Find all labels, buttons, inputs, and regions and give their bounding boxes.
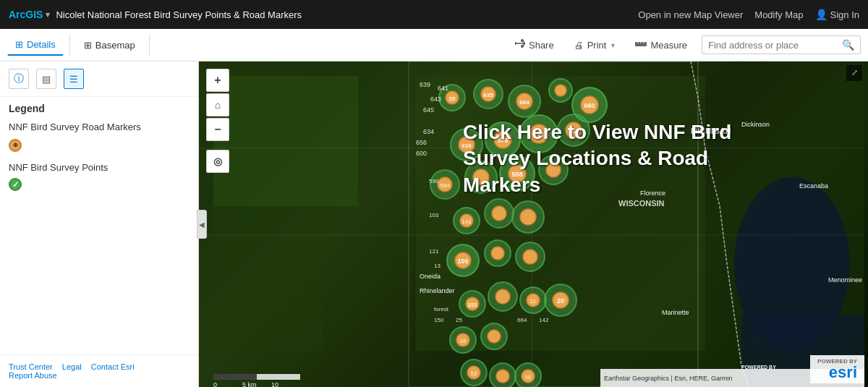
svg-text:141: 141 [461,218,472,225]
trust-center-link[interactable]: Trust Center [9,362,53,371]
svg-rect-121 [213,374,257,380]
legal-link[interactable]: Legal [62,362,82,371]
info-icon: ⓘ [14,72,24,85]
svg-text:10: 10 [271,381,278,387]
home-button[interactable]: ⌂ [206,93,229,116]
svg-point-2 [515,42,516,45]
print-button[interactable]: 🖨 Print ▾ [569,36,621,54]
basemap-tab[interactable]: ⊞ Basemap [76,35,143,56]
arcgis-logo[interactable]: ArcGIS ▾ [9,9,50,20]
layer1-title: NNF Bird Survey Road Markers [9,122,190,132]
svg-text:35: 35 [449,95,456,102]
svg-text:151: 151 [467,302,477,308]
svg-text:664: 664 [519,99,529,106]
svg-text:635: 635 [483,92,493,98]
svg-text:Oneida: Oneida [420,273,441,280]
list-icon: ☰ [69,74,78,85]
home-icon: ⌂ [215,99,221,111]
svg-text:600: 600 [416,150,427,157]
search-box[interactable]: 🔍 [702,35,861,54]
svg-point-91 [496,370,509,383]
table-icon: ▤ [42,74,51,85]
sidebar-icon-bar: ⓘ ▤ ☰ [0,61,198,97]
compass-icon: ◎ [213,156,222,167]
measure-button[interactable]: Measure [629,35,693,55]
report-abuse-link[interactable]: Report Abuse [9,371,57,380]
svg-point-1 [521,45,524,48]
arcgis-caret[interactable]: ▾ [46,10,50,20]
sidebar-footer: Trust Center Legal Contact Esri Report A… [0,354,198,387]
print-caret: ▾ [611,41,615,49]
svg-text:Marinette: Marinette [662,309,689,316]
svg-text:584: 584 [440,182,450,189]
svg-text:Dickinson: Dickinson [741,121,770,128]
toolbar-tabs: ⊞ Details ⊞ Basemap [7,34,154,56]
print-label: Print [587,40,607,51]
sidebar-content: Legend NNF Bird Survey Road Markers ⊕ NN… [0,97,198,354]
modify-map-link[interactable]: Modify Map [754,9,803,20]
svg-text:656: 656 [416,139,427,146]
map-controls: + ⌂ − ◎ [206,69,229,173]
toolbar-divider2 [149,34,150,56]
toolbar-right: Share 🖨 Print ▾ Measure [509,35,861,55]
svg-text:106: 106 [457,258,468,265]
toolbar-divider [69,34,70,56]
sidebar: ⓘ ▤ ☰ Legend NNF Bird Survey Road Marker… [0,61,199,387]
map-container[interactable]: 35 635 664 660 616 576 777 666 [199,61,868,387]
header-left: ArcGIS ▾ Nicolet National Forest Bird Su… [9,9,302,20]
legend-item-road-markers: NNF Bird Survey Road Markers ⊕ [9,122,190,152]
map-svg: 35 635 664 660 616 576 777 666 [199,61,868,387]
layer2-title: NNF Bird Survey Points [9,162,190,173]
zoom-in-icon: + [214,74,221,87]
main-content: ⓘ ▤ ☰ Legend NNF Bird Survey Road Marker… [0,61,868,387]
svg-point-75 [495,289,510,304]
list-icon-btn[interactable]: ☰ [64,69,84,89]
svg-text:150: 150 [434,317,444,323]
share-button[interactable]: Share [509,35,560,55]
survey-point-icon: ✓ [9,178,22,191]
compass-button[interactable]: ◎ [206,150,229,173]
map-overlay-text[interactable]: Click Here to View NNF Bird Survey Locat… [463,119,738,198]
details-tab[interactable]: ⊞ Details [7,34,64,56]
svg-point-31 [555,85,566,96]
collapse-icon: ◀ [199,221,205,229]
svg-text:639: 639 [420,81,430,88]
svg-text:103: 103 [429,212,439,218]
sign-in-label: Sign In [830,9,859,20]
measure-label: Measure [650,40,687,51]
search-input[interactable] [708,40,839,51]
svg-text:forest: forest [434,306,449,312]
share-icon [515,39,525,51]
info-icon-btn[interactable]: ⓘ [9,69,29,89]
legend-title: Legend [9,103,190,114]
sidebar-collapse-button[interactable]: ◀ [197,210,207,239]
svg-text:590: 590 [429,178,439,184]
road-marker-symbol: ⊕ [13,142,18,148]
svg-text:5 km: 5 km [242,381,257,387]
svg-text:0: 0 [213,381,217,387]
svg-text:Menominee: Menominee [828,276,862,284]
search-icon: 🔍 [842,39,854,51]
details-icon: ⊞ [15,39,23,50]
svg-point-61 [492,206,506,221]
zoom-out-button[interactable]: − [206,118,229,141]
toolbar: ⊞ Details ⊞ Basemap Share 🖨 Print ▾ [0,29,868,61]
svg-text:16: 16 [460,338,467,344]
open-viewer-link[interactable]: Open in new Map Viewer [638,9,743,20]
arcgis-brand: ArcGIS [9,9,43,20]
details-label: Details [27,39,56,50]
svg-rect-15 [213,206,322,351]
sign-in-button[interactable]: 👤 Sign In [815,9,859,20]
zoom-in-button[interactable]: + [206,69,229,92]
svg-point-68 [491,247,504,260]
table-icon-btn[interactable]: ▤ [36,69,56,89]
svg-text:13: 13 [434,263,441,269]
svg-text:664: 664 [517,317,527,323]
zoom-out-icon: − [214,123,221,136]
svg-text:52: 52 [471,370,477,377]
sign-in-icon: 👤 [815,9,827,20]
svg-text:641: 641 [438,85,448,92]
svg-text:25: 25 [456,317,462,323]
svg-point-0 [521,39,524,42]
contact-esri-link[interactable]: Contact Esri [91,362,135,371]
